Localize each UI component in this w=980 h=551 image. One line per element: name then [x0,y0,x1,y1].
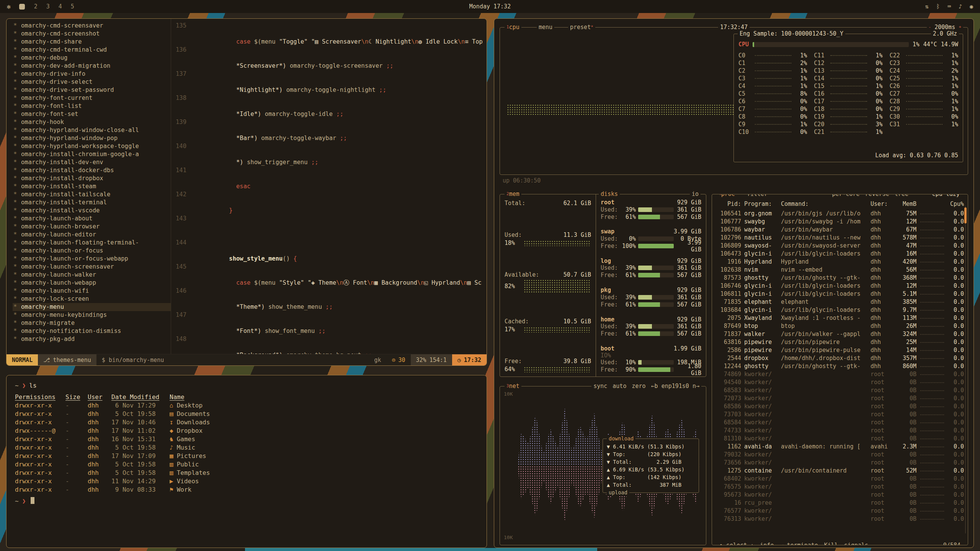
file-item[interactable]: * omarchy-launch-wifi [13,287,171,295]
file-item[interactable]: * omarchy-cmd-screensaver [13,22,171,30]
file-item[interactable]: * omarchy-cmd-terminal-cwd [13,46,171,54]
workspace-button[interactable]: 3 [46,3,51,10]
file-item[interactable]: * omarchy-hyprland-window-pop [13,134,171,142]
file-item[interactable]: * omarchy-drive-info [13,70,171,78]
process-row[interactable]: 73703 kworker/ root 0B 0.0 [717,411,964,419]
topbar-clock[interactable]: Monday 17:32 [469,3,511,10]
file-item[interactable]: * omarchy-font-current [13,94,171,102]
process-row[interactable]: 106811 glycin-i /usr/lib/glycin-loaders … [717,290,964,298]
file-item[interactable]: * omarchy-drive-set-password [13,86,171,94]
net-option-toggle[interactable]: sync [593,383,607,390]
file-item[interactable]: * omarchy-hyprland-window-close-all [13,126,171,134]
file-item[interactable]: * omarchy-lock-screen [13,295,171,303]
file-item[interactable]: * omarchy-install-vscode [13,207,171,215]
process-row[interactable]: 1916 Hyprland Hyprland dhh 420M 0.0 [717,258,964,266]
process-row[interactable]: 16 rcu_pree root 0B 0.0 [717,499,964,507]
power-icon[interactable]: ◉ [970,3,973,10]
process-row[interactable]: 2586 pipewire /usr/bin/pipewire-pulse dh… [717,346,964,354]
file-item[interactable]: * omarchy-install-chromium-google-a [13,150,171,158]
process-row[interactable]: 106777 swaybg /usr/bin/swaybg -i /hom dh… [717,218,964,226]
file-item[interactable]: * omarchy-launch-or-focus [13,247,171,255]
file-item[interactable]: * omarchy-launch-floating-terminal- [13,239,171,247]
file-item[interactable]: * omarchy-font-list [13,102,171,110]
file-item[interactable]: * omarchy-install-dropbox [13,174,171,183]
file-item[interactable]: * omarchy-hyprland-workspace-toggle [13,142,171,150]
process-row[interactable]: 106473 glycin-i /usr/lib/glycin-loaders … [717,250,964,258]
net-option-toggle[interactable]: auto [612,383,626,390]
workspace-1-active[interactable] [19,4,25,10]
process-row[interactable]: 102638 nvim nvim --embed dhh 56M 0.0 [717,266,964,274]
file-item[interactable]: * omarchy-install-steam [13,183,171,191]
mem-box-title[interactable]: 2mem [505,191,521,197]
file-item[interactable]: * omarchy-pkg-add [13,335,171,343]
sync-icon[interactable]: ⇅ [925,3,929,10]
disks-toggle[interactable]: disks [599,191,620,197]
file-item[interactable]: * omarchy-install-terminal [13,199,171,207]
process-row[interactable]: 68586 kworker/ root 0B 0.0 [717,403,964,411]
process-row[interactable]: 81310 kworker/ root 0B 0.0 [717,435,964,443]
process-row[interactable]: 106809 swayosd- /usr/bin/swayosd-server … [717,242,964,250]
info-button[interactable]: info [760,542,774,545]
net-box-title[interactable]: 3net [505,383,521,390]
process-row[interactable]: 12244 ghostty /usr/bin/ghostty --gtk- dh… [717,362,964,370]
cpu-box-title[interactable]: 1cpu [505,24,521,31]
proc-scrollbar[interactable] [964,207,967,223]
process-row[interactable]: 2075 Xwayland Xwayland :1 -rootless - dh… [717,314,964,322]
file-item[interactable]: * omarchy-hook [13,118,171,126]
process-row[interactable]: 106786 waybar /usr/bin/waybar dhh 67M 0.… [717,226,964,234]
process-row[interactable]: 68584 kworker/ root 0B 0.0 [717,419,964,427]
file-item[interactable]: * omarchy-cmd-share [13,38,171,46]
process-row[interactable]: 102796 nautilus /usr/bin/nautilus --new … [717,234,964,242]
process-row[interactable]: 68583 kworker/ root 0B 0.0 [717,386,964,395]
kill-button[interactable]: Kill [824,542,838,545]
workspace-button[interactable]: 4 [58,3,63,10]
process-row[interactable]: 71837 walker /usr/bin/walker --gappl dhh… [717,330,964,338]
process-row[interactable]: 106541 org.gnom /usr/bin/gjs /usr/lib/o … [717,210,964,218]
terminate-button[interactable]: ↵ terminate [780,542,818,545]
process-row[interactable]: 87573 ghostty /usr/bin/ghostty --gtk- dh… [717,274,964,282]
terminal-window[interactable]: ~ ❯ ls Permissions Size User Date Modifi… [6,375,487,548]
proc-option-toggle[interactable]: tree [895,194,908,197]
process-row[interactable]: 1162 avahi-da avahi-daemon: running [ av… [717,443,964,451]
file-item[interactable]: * omarchy-font-set [13,110,171,118]
proc-option-toggle[interactable]: per-core [832,194,859,197]
process-row[interactable]: 74733 kworker/ root 0B 0.0 [717,427,964,435]
process-row[interactable]: 1275 containe /usr/bin/containerd root 5… [717,467,964,475]
process-row[interactable]: 72073 kworker/ root 0B 0.0 [717,395,964,403]
process-row[interactable]: 73656 kworker/ root 0B 0.0 [717,459,964,467]
proc-box-title[interactable]: 4proc [717,194,737,197]
file-item[interactable]: * omarchy-launch-about [13,215,171,223]
net-option-toggle[interactable]: ←b enp191s0 n→ [651,383,699,390]
file-item[interactable]: * omarchy-launch-screensaver [13,263,171,271]
file-item[interactable]: * omarchy-notification-dismiss [13,327,171,335]
file-item[interactable]: * omarchy-menu-keybindings [13,311,171,319]
prompt-line-empty[interactable]: ~ ❯ [15,497,478,505]
file-item[interactable]: * omarchy-cmd-screenshot [13,30,171,38]
proc-option-toggle[interactable]: reverse [865,194,889,197]
process-row[interactable]: 79032 kworker/ root 0B 0.0 [717,451,964,459]
process-row[interactable]: 2544 dropbox /home/dhh/.dropbox-dist dhh… [717,354,964,362]
omarchy-logo-icon[interactable]: ✻ [7,3,11,10]
process-row[interactable]: 76575 kworker/ root 0B 0.0 [717,483,964,491]
io-toggle[interactable]: io [690,191,701,197]
process-row[interactable]: 106746 glycin-i /usr/lib/glycin-loaders … [717,282,964,290]
file-item[interactable]: * omarchy-drive-select [13,78,171,86]
filter-button[interactable]: filter [745,194,769,197]
file-list-pane[interactable]: * omarchy-cmd-screensaver * omarchy-cmd-… [7,19,171,354]
code-pane[interactable]: 135 case $(menu "Toggle" "▤ Screensaver\… [171,19,487,354]
menu-button[interactable]: menu [537,24,554,31]
process-row[interactable]: 103684 glycin-i /usr/lib/glycin-loaders … [717,306,964,314]
file-item[interactable]: * omarchy-install-dev-env [13,158,171,166]
file-item[interactable]: * omarchy-install-docker-dbs [13,166,171,174]
proc-scroll-track[interactable] [965,206,966,533]
file-item[interactable]: * omarchy-launch-walker [13,271,171,279]
process-row[interactable]: 71835 elephant elephant dhh 385M 0.0 [717,298,964,306]
file-item[interactable]: * omarchy-menu [13,303,171,311]
process-row[interactable]: 94540 kworker/ root 0B 0.0 [717,378,964,386]
file-item[interactable]: * omarchy-install-tailscale [13,191,171,199]
file-item[interactable]: * omarchy-dev-add-migration [13,62,171,70]
workspace-button[interactable]: 2 [33,3,38,10]
process-row[interactable]: 76577 kworker/ root 0B 0.0 [717,507,964,515]
process-row[interactable]: 76313 kworker/ root 0B 0.0 [717,515,964,523]
file-item[interactable]: * omarchy-migrate [13,319,171,327]
